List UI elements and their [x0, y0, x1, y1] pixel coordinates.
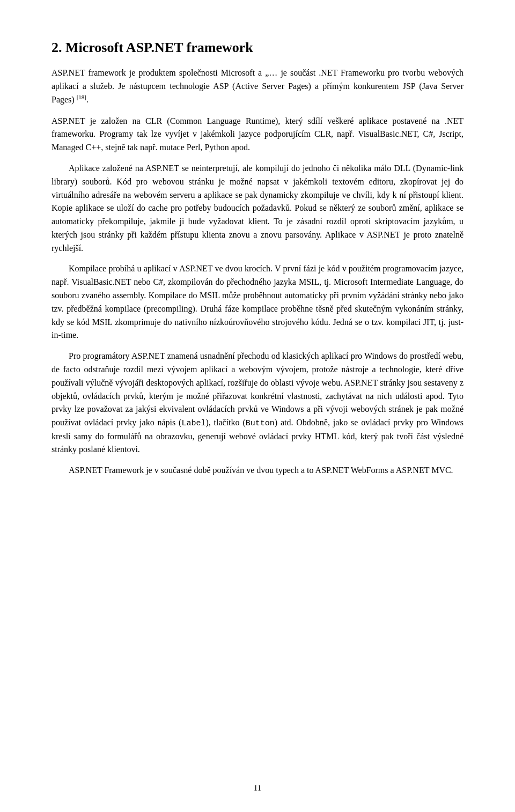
chapter-heading: 2. Microsoft ASP.NET framework [52, 39, 464, 57]
code-label: Label [181, 419, 205, 428]
page-number: 11 [0, 784, 515, 793]
paragraph-3: Aplikace založené na ASP.NET se neinterp… [52, 162, 464, 255]
paragraph-2: ASP.NET je založen na CLR (Common Langua… [52, 115, 464, 154]
paragraph-6: ASP.NET Framework je v současné době pou… [52, 464, 464, 477]
paragraph-5: Pro programátory ASP.NET znamená usnadně… [52, 350, 464, 456]
paragraph-1: ASP.NET framework je produktem společnos… [52, 67, 464, 107]
code-button: Button [246, 419, 275, 428]
paragraph-4: Kompilace probíhá u aplikací v ASP.NET v… [52, 262, 464, 342]
page: 2. Microsoft ASP.NET framework ASP.NET f… [0, 0, 515, 812]
